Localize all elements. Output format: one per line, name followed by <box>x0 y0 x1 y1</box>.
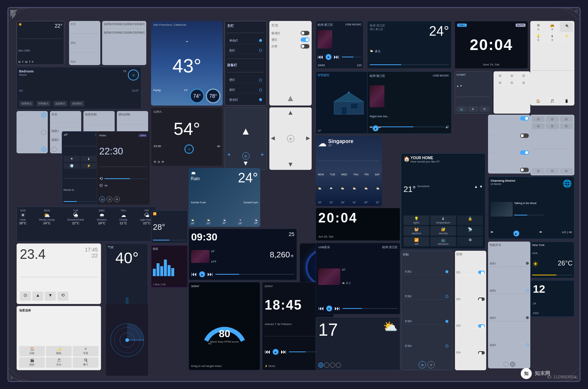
panel-wifi-28: 📶 28° <box>151 210 188 243</box>
sf-temp: 43° <box>153 56 220 75</box>
city-cn-label: 杭州·滨江区 <box>370 24 385 28</box>
wa-forecast: ⛅16° ⛅20° 🌤22° ☀19° 🌤19° <box>191 219 258 225</box>
media-time: 09:30 <box>191 231 218 243</box>
ctrl-title: 主灯 <box>227 24 264 28</box>
sra-row4: 开关4 <box>490 168 529 172</box>
label-switch-b: 控制模式 <box>114 22 124 26</box>
dim-left: ◀ <box>227 152 230 160</box>
home-ctrl-grid: 💡 lights 🌡 temperature 🔒 🧺 washers 🔐 sec… <box>404 215 483 246</box>
aqi-title: SONY <box>191 285 258 288</box>
vsr1-item4: 灯光4 <box>403 343 451 349</box>
thermo-temp: 54° <box>154 120 220 138</box>
ctrl-title-2: 设备灯 <box>227 63 264 68</box>
vsr1-item2: 灯光2 <box>403 293 451 300</box>
label-switch-a: 场景模式 <box>104 22 114 26</box>
ws-title: 灯光 <box>272 23 309 28</box>
shr-header: Charming District of Berlin 🌐 <box>491 179 572 188</box>
panel-aqi-gauge: SONY 80 More than PPM score 40 Drag to s… <box>189 282 260 370</box>
media-icon: USB MUSIC <box>345 23 362 27</box>
wsv-row1: 灯1 <box>456 270 485 275</box>
switch-label-3: 电动 <box>71 60 99 64</box>
scene-grid: 🏠回家 🌙睡眠 ☀早晨 🎬观影 🎵音乐 🍳餐厅 <box>19 346 98 368</box>
scene-btn-2: 控制模式 <box>36 101 51 107</box>
svg-rect-4 <box>334 101 363 114</box>
wsv-title: 灯控 <box>456 252 485 256</box>
shr-info: Talking to the Mood <box>491 202 572 217</box>
media-thumb <box>318 30 332 49</box>
high-temp: 74° <box>184 89 188 103</box>
aqi-gauge: 80 More than PPM score 40 <box>201 308 248 345</box>
sw2-btn <box>51 147 57 152</box>
panel-6day-forecast: SUN ☀ Clear 28°C MON ⛅ Mostly cloudy 24°… <box>17 207 156 242</box>
slr1-row2: 调光 <box>18 130 46 135</box>
ctrl-security: security <box>439 232 448 235</box>
day1: M <box>18 61 21 63</box>
thermo-controls: 22:30 ◎ ok <box>154 144 220 154</box>
clock-date-black: Jun 26, Sat. <box>318 235 398 238</box>
media-bpm: 14°F <box>211 260 216 263</box>
city-cn-label2: 浙江 第三区 <box>370 28 385 31</box>
media-playbar: ⏮ ▶ ⏭ <box>191 271 294 278</box>
switch-grid-2: 🏠 🎵 📱 <box>532 98 573 104</box>
ssfr-row4: 场景4 <box>490 342 529 348</box>
day-label: Mon 2485 <box>18 49 62 52</box>
call-badge: CALL <box>457 24 467 27</box>
clock-main: 20:04 <box>318 210 398 226</box>
bedroom-title: Bedroom <box>19 69 34 73</box>
compass-viz <box>109 322 146 358</box>
scene-btn-1: 场景模式 <box>19 101 34 107</box>
ac-label: AC <box>19 89 23 92</box>
sw3-title: 场景控制 <box>85 113 113 117</box>
label-switch-d: 安防模式 <box>135 22 145 26</box>
sr1-title: START <box>456 73 490 76</box>
svg-rect-7 <box>351 103 358 109</box>
thermo234-time: 17:45 <box>85 247 98 253</box>
ny-label: New York <box>532 243 573 247</box>
gira-time: 22:30 <box>99 146 147 157</box>
svg-text:40: 40 <box>208 342 211 345</box>
home3d-label: 智慧庭院 <box>318 73 329 77</box>
panel-light-switches-1: 开关 调光 电动 <box>69 21 100 65</box>
scene-btn-4: 安防模式 <box>70 101 85 107</box>
shr-controls: ⏮▶⏭ LO|HI <box>491 231 572 236</box>
arrow-sides: ◀ ◎ ▶ <box>271 135 310 142</box>
panel-light-switch-white: 灯光 吸顶灯 壁灯 灯带 ▲ <box>269 21 312 106</box>
clock12-date: 24 <box>533 302 572 305</box>
main-clock: 20:04 <box>457 36 526 54</box>
ssfr-row2: 场景2 <box>490 288 529 294</box>
auto-badge: AUTO <box>516 24 526 27</box>
gira-btns: ◎ ⊙ ⟳ <box>99 196 147 202</box>
media-side-temp: 25 <box>288 231 294 243</box>
high-circle: 74° <box>190 89 204 103</box>
climate-temp: 40° <box>108 249 146 267</box>
switch-grid: ⚙ ⊙ 📻 ⊙ 🔌 💡 ⊙ 🌡 ⊙ <box>532 22 573 43</box>
clock12-extra: 2024 <box>533 312 572 314</box>
panel-your-home: 🏠 YOUR HOME How would you like it? 21° S… <box>401 153 485 249</box>
home-temp-row: 21° Sunshine ▲ ▼ <box>404 185 483 194</box>
panel-smart-right-1: START ▲▼ 📺 🌡 ⊙ <box>455 71 491 114</box>
wsv-row3: 灯3 <box>456 323 485 329</box>
t19-mode: Mood in <box>64 188 97 192</box>
panel-white-switch-vert: 灯控 灯1 灯2 灯3 灯4 <box>455 251 486 370</box>
ctrl-item-5: 投光灯 <box>227 97 264 103</box>
ac-temp: 23.5° <box>132 89 139 92</box>
label-switch-c: 温度模式 <box>124 22 135 26</box>
panel-power-switches: ⚙ ⊙ 📻 ⊙ 🔌 💡 ⊙ 🌡 ⊙ <box>530 21 574 106</box>
weather-icon-cn: ⛅ <box>370 49 373 53</box>
slr1-row3: 彩灯 <box>18 147 46 152</box>
ctrl-temp: temperature <box>436 221 450 224</box>
label-switch-e: 场景模式 <box>104 31 114 35</box>
panel-smart-energy: 能源 1.0kw 1.0A <box>151 245 188 288</box>
bedroom-temp: 71 <box>123 69 126 81</box>
main-board: ☀️ 22° Mon 2485 M T W T F 开关 调光 电动 <box>7 7 581 382</box>
panel-media-24cn: USB音乐 杭州·滨江区 24° ⛅ 多云 ⏮ ▶ ⏭ <box>316 243 400 314</box>
energy-val: 1.0kw 1.0A <box>153 283 186 286</box>
panel-thermostat-234: 23.4 17:45 :22 ⊙ ▲ ▼ ⟲ <box>17 243 101 304</box>
panel-media-0930: 09:30 25 19° 14°F 8,260₊ ⏮ ▶ ⏭ <box>189 229 297 280</box>
net-controls: ⏮ ▶ ⏭ 🔊 <box>370 125 449 131</box>
ny-country: USA <box>532 252 573 254</box>
ws-arrow: ▲ <box>272 93 309 103</box>
sw4-title: 调光控制 <box>118 113 147 117</box>
sg-forecast-icons: ⛅🌧⛅⛅⛅⛅ <box>318 187 380 190</box>
panel-smart-right-b: ⊙ ⊙ ⊙ ⊙ ⊙ ⊙ ⊙ ⊙ ⊙ <box>530 115 574 175</box>
